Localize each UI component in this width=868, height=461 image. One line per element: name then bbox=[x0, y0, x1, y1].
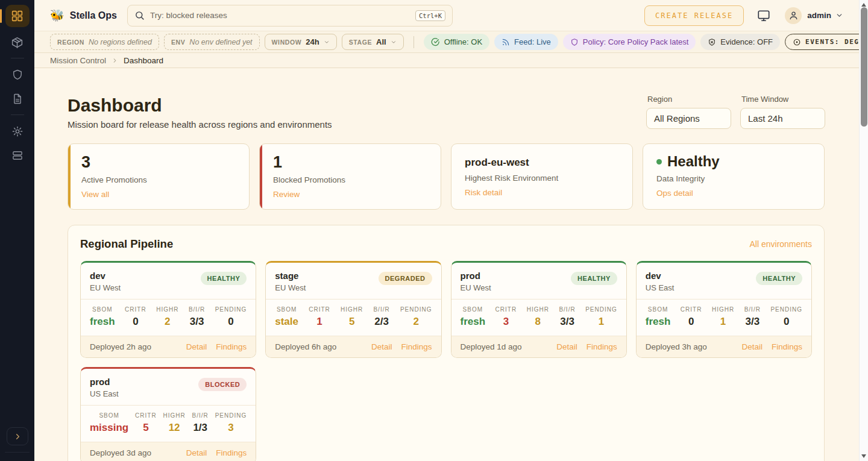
stat-critr: CRITR0 bbox=[125, 306, 146, 328]
sidebar-divider bbox=[11, 58, 24, 58]
sidebar-item-reports[interactable] bbox=[5, 90, 30, 108]
avatar bbox=[785, 7, 802, 24]
detail-link[interactable]: Detail bbox=[186, 448, 207, 457]
deployed-timestamp: Deployed 6h ago bbox=[275, 342, 336, 351]
window-chip-label: WINDOW bbox=[272, 39, 302, 46]
sidebar-item-releases[interactable] bbox=[5, 33, 30, 51]
pipeline-card-prod-eu-west: prod EU West HEALTHY SBOMfresh CRITR3 HI… bbox=[451, 261, 627, 358]
regional-pipeline-title: Regional Pipeline bbox=[80, 237, 173, 251]
stat-critr: CRITR5 bbox=[135, 412, 157, 434]
sidebar-item-dashboard[interactable] bbox=[5, 5, 30, 27]
context-divider bbox=[414, 36, 414, 48]
region-select[interactable]: All Regions bbox=[646, 108, 731, 129]
stat-pending: PENDING2 bbox=[400, 306, 432, 328]
package-icon bbox=[11, 36, 24, 49]
create-release-button[interactable]: CREATE RELEASE bbox=[644, 5, 744, 26]
region-chip-label: REGION bbox=[57, 39, 84, 46]
sidebar-item-infrastructure[interactable] bbox=[5, 146, 30, 165]
stat-bir: B/I/R2/3 bbox=[373, 306, 389, 328]
stat-highr: HIGHR1 bbox=[712, 306, 734, 328]
scrollbar-thumb[interactable] bbox=[861, 7, 867, 127]
sidebar bbox=[0, 0, 34, 461]
ops-detail-link[interactable]: Ops detail bbox=[656, 189, 693, 198]
stat-sbom: SBOMmissing bbox=[90, 412, 128, 434]
stat-pending: PENDING0 bbox=[770, 306, 802, 328]
vertical-scrollbar[interactable] bbox=[859, 0, 868, 461]
findings-link[interactable]: Findings bbox=[216, 342, 247, 351]
region-chip-value: No regions defined bbox=[89, 38, 152, 46]
offline-status-pill: Offline: OK bbox=[424, 34, 489, 50]
chevron-down-icon bbox=[835, 11, 843, 19]
search-input[interactable] bbox=[150, 11, 410, 20]
env-region: EU West bbox=[461, 283, 491, 292]
window-chip-value: 24h bbox=[306, 37, 319, 46]
content-area: Dashboard Mission board for release heal… bbox=[34, 69, 859, 461]
env-region: US East bbox=[646, 283, 675, 292]
findings-link[interactable]: Findings bbox=[216, 448, 247, 457]
window-filter-chip[interactable]: WINDOW 24h bbox=[265, 34, 337, 50]
chevron-down-icon bbox=[391, 39, 397, 45]
stat-sbom: SBOMfresh bbox=[90, 306, 115, 328]
user-menu[interactable]: admin bbox=[770, 7, 843, 24]
card-accent bbox=[260, 144, 262, 209]
breadcrumb-mission-control[interactable]: Mission Control bbox=[50, 56, 106, 65]
sidebar-collapse-button[interactable] bbox=[7, 427, 28, 445]
stage-filter-chip[interactable]: STAGE All bbox=[342, 34, 404, 50]
global-search[interactable]: Ctrl+K bbox=[127, 5, 453, 27]
status-badge: BLOCKED bbox=[198, 378, 247, 391]
detail-link[interactable]: Detail bbox=[371, 342, 392, 351]
sidebar-item-security[interactable] bbox=[5, 66, 30, 84]
regional-pipeline-section: Regional Pipeline All environments dev E… bbox=[68, 225, 825, 461]
scroll-up-arrow-icon[interactable] bbox=[861, 3, 866, 7]
card-accent bbox=[68, 144, 71, 209]
region-filter-chip[interactable]: REGION No regions defined bbox=[50, 34, 159, 50]
search-icon bbox=[134, 10, 145, 20]
stat-highr: HIGHR5 bbox=[341, 306, 363, 328]
circle-dot-icon bbox=[793, 38, 801, 46]
env-name: dev bbox=[646, 271, 675, 281]
scroll-down-arrow-icon[interactable] bbox=[861, 454, 866, 458]
blocked-promotions-value: 1 bbox=[273, 154, 427, 171]
detail-link[interactable]: Detail bbox=[186, 342, 207, 351]
detail-link[interactable]: Detail bbox=[741, 342, 763, 351]
chevron-right-icon bbox=[13, 432, 22, 441]
sidebar-bottom-divider bbox=[5, 452, 30, 453]
gear-icon bbox=[11, 125, 24, 137]
shield-icon bbox=[11, 69, 24, 81]
data-integrity-label: Data Integrity bbox=[656, 174, 811, 183]
monitor-icon[interactable] bbox=[757, 9, 770, 22]
stat-critr: CRITR0 bbox=[681, 306, 702, 328]
risk-detail-link[interactable]: Risk detail bbox=[465, 188, 502, 197]
stat-highr: HIGHR2 bbox=[156, 306, 178, 328]
all-environments-link[interactable]: All environments bbox=[750, 239, 813, 249]
policy-status-label: Policy: Core Policy Pack latest bbox=[583, 37, 689, 46]
page-title: Dashboard bbox=[68, 95, 162, 116]
stat-highr: HIGHR8 bbox=[527, 306, 549, 328]
stat-critr: CRITR1 bbox=[309, 306, 330, 328]
sidebar-item-settings[interactable] bbox=[5, 122, 30, 140]
env-filter-chip[interactable]: ENV No env defined yet bbox=[164, 34, 260, 50]
stat-sbom: SBOMstale bbox=[275, 306, 298, 328]
active-promotions-value: 3 bbox=[81, 154, 236, 171]
events-status-pill: EVENTS: DEGRADED bbox=[785, 34, 868, 50]
time-window-select[interactable]: Last 24h bbox=[740, 108, 825, 129]
env-name: dev bbox=[90, 271, 121, 281]
pipeline-grid: dev EU West HEALTHY SBOMfresh CRITR0 HIG… bbox=[80, 261, 812, 461]
status-badge: HEALTHY bbox=[201, 272, 247, 285]
stat-sbom: SBOMfresh bbox=[646, 306, 671, 328]
findings-link[interactable]: Findings bbox=[587, 342, 617, 351]
deployed-timestamp: Deployed 3h ago bbox=[646, 342, 707, 351]
highest-risk-label: Highest Risk Environment bbox=[465, 174, 619, 183]
detail-link[interactable]: Detail bbox=[556, 342, 577, 351]
findings-link[interactable]: Findings bbox=[772, 342, 802, 351]
stat-bir: B/I/R3/3 bbox=[744, 306, 761, 328]
review-link[interactable]: Review bbox=[273, 190, 300, 199]
pipeline-card-dev-eu-west: dev EU West HEALTHY SBOMfresh CRITR0 HIG… bbox=[80, 261, 256, 358]
env-name: prod bbox=[461, 271, 491, 281]
stat-bir: B/I/R1/3 bbox=[192, 412, 209, 434]
username: admin bbox=[807, 11, 831, 20]
data-integrity-card: Healthy Data Integrity Ops detail bbox=[643, 143, 825, 210]
findings-link[interactable]: Findings bbox=[401, 342, 432, 351]
region-filter-group: Region All Regions bbox=[646, 95, 731, 129]
view-all-link[interactable]: View all bbox=[81, 190, 109, 199]
